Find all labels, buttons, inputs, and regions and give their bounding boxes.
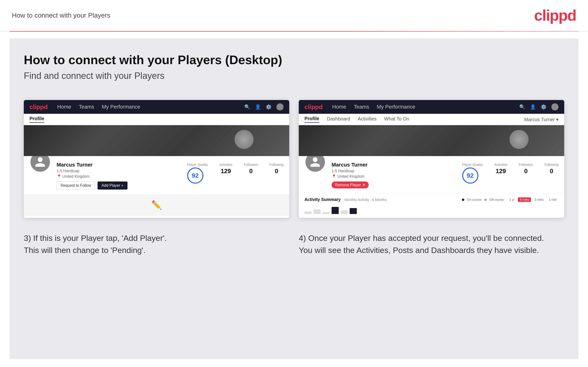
right-activities-label: Activities <box>494 163 507 167</box>
chart-bar-5 <box>341 210 348 214</box>
left-handicap: 1-5 Handicap <box>57 169 182 173</box>
right-following-value: 0 <box>545 167 559 175</box>
on-course-legend-label: On course <box>467 198 481 201</box>
left-profile-buttons: Request to Follow Add Player + <box>57 182 182 190</box>
filter-1yr[interactable]: 1 yr <box>508 197 517 202</box>
chart-bar-6 <box>350 208 357 214</box>
off-course-legend-dot <box>484 199 487 201</box>
left-tab-profile[interactable]: Profile <box>29 116 44 123</box>
right-nav: clippd Home Teams My Performance 🔍 👤 ⚙️ <box>299 100 564 114</box>
chart-bar-4 <box>332 207 339 214</box>
right-profile-info: Marcus Turner 1-5 Handicap 📍 United King… <box>332 161 457 188</box>
left-nav: clippd Home Teams My Performance 🔍 👤 ⚙️ <box>24 100 289 114</box>
left-following-value: 0 <box>269 167 284 175</box>
page-title: How to connect with your Players (Deskto… <box>24 53 564 67</box>
right-nav-teams: Teams <box>354 104 369 110</box>
main-content: How to connect with your Players (Deskto… <box>9 39 579 359</box>
left-followers-stat: Followers 0 <box>244 163 258 175</box>
left-quality-circle: 92 <box>187 167 203 184</box>
right-quality-circle: 92 <box>462 167 478 184</box>
left-player-name: Marcus Turner <box>57 162 182 168</box>
pencil-icon: ✏️ <box>151 200 162 210</box>
right-player-quality-label: Player Quality <box>462 163 483 167</box>
on-course-legend-dot <box>462 199 464 201</box>
right-country: 📍 United Kingdom <box>332 174 457 179</box>
activity-chart <box>304 205 559 214</box>
user-icon[interactable]: 👤 <box>255 104 261 110</box>
avatar-person-icon <box>34 156 46 168</box>
description-left: 3) If this is your Player tap, 'Add Play… <box>24 232 289 256</box>
avatar-icon[interactable] <box>277 103 284 110</box>
add-player-button[interactable]: Add Player + <box>97 182 128 190</box>
settings-icon[interactable]: ⚙️ <box>266 104 272 110</box>
filter-1mth[interactable]: 1 mth <box>547 197 559 202</box>
left-player-quality-label: Player Quality <box>187 163 208 167</box>
right-stats: Player Quality 92 Activities 129 Followe… <box>462 161 559 184</box>
left-profile: Marcus Turner 1-5 Handicap 📍 United King… <box>24 156 289 194</box>
page-subtitle: Find and connect with your Players <box>24 71 564 81</box>
right-following-label: Following <box>545 163 559 167</box>
right-followers-stat: Followers 0 <box>519 163 533 175</box>
left-following-label: Following <box>269 163 284 167</box>
chart-bar-3 <box>322 212 330 214</box>
left-activities-stat: Activities 129 <box>219 163 232 175</box>
left-stats: Player Quality 92 Activities 129 Followe… <box>187 161 284 184</box>
right-player-name: Marcus Turner <box>332 162 457 168</box>
right-nav-home: Home <box>332 104 346 110</box>
left-hero-image <box>24 125 289 156</box>
left-tabs: Profile <box>24 114 289 125</box>
filter-3mths[interactable]: 3 mths <box>532 197 545 202</box>
left-followers-label: Followers <box>244 163 258 167</box>
filter-6mths[interactable]: 6 mths <box>518 197 531 202</box>
right-avatar-person-icon <box>309 156 321 168</box>
left-profile-info: Marcus Turner 1-5 Handicap 📍 United King… <box>57 161 182 190</box>
left-bottom-area: ✏️ <box>24 194 289 216</box>
left-activities-label: Activities <box>219 163 232 167</box>
remove-player-button[interactable]: Remove Player ✕ <box>332 182 369 188</box>
left-nav-teams: Teams <box>79 104 94 110</box>
right-player-selector[interactable]: Marcus Turner ▾ <box>524 117 559 122</box>
screenshot-left: clippd Home Teams My Performance 🔍 👤 ⚙️ … <box>24 100 289 218</box>
right-user-icon[interactable]: 👤 <box>530 104 536 110</box>
location-icon: 📍 <box>57 174 61 178</box>
right-activities-stat: Activities 129 <box>494 163 507 175</box>
left-country: 📍 United Kingdom <box>57 174 182 179</box>
left-nav-home: Home <box>57 104 71 110</box>
left-following-stat: Following 0 <box>269 163 284 175</box>
chart-bar-2 <box>313 209 321 214</box>
right-player-quality-stat: Player Quality 92 <box>462 163 483 184</box>
right-tab-dashboard[interactable]: Dashboard <box>327 116 350 123</box>
screenshots-row: clippd Home Teams My Performance 🔍 👤 ⚙️ … <box>24 100 564 218</box>
right-search-icon[interactable]: 🔍 <box>519 104 525 110</box>
search-icon[interactable]: 🔍 <box>244 104 250 110</box>
description-right: 4) Once your Player has accepted your re… <box>299 232 564 256</box>
right-tab-activities[interactable]: Activities <box>358 116 377 123</box>
top-bar: How to connect with your Players clippd <box>0 0 588 31</box>
left-followers-value: 0 <box>244 167 258 175</box>
descriptions-row: 3) If this is your Player tap, 'Add Play… <box>24 232 564 256</box>
left-activities-value: 129 <box>219 167 232 175</box>
right-activities-value: 129 <box>494 167 507 175</box>
clippd-logo: clippd <box>534 7 576 24</box>
right-handicap: 1-5 Handicap <box>332 169 457 173</box>
request-follow-button[interactable]: Request to Follow <box>57 182 95 190</box>
right-settings-icon[interactable]: ⚙️ <box>541 104 547 110</box>
right-profile: Marcus Turner 1-5 Handicap 📍 United King… <box>299 156 564 193</box>
left-nav-icons: 🔍 👤 ⚙️ <box>244 103 284 110</box>
left-nav-performance: My Performance <box>102 104 140 110</box>
description-left-text: 3) If this is your Player tap, 'Add Play… <box>24 234 167 255</box>
off-course-legend-label: Off course <box>490 198 504 201</box>
right-hero-image <box>299 125 564 156</box>
right-tab-what-to-on[interactable]: What To On <box>384 116 409 123</box>
chart-bar-1 <box>304 212 311 214</box>
right-tab-profile[interactable]: Profile <box>304 116 319 123</box>
right-avatar-icon[interactable] <box>551 103 559 110</box>
right-following-stat: Following 0 <box>545 163 559 175</box>
description-right-text: 4) Once your Player has accepted your re… <box>299 234 544 255</box>
right-nav-icons: 🔍 👤 ⚙️ <box>519 103 559 110</box>
activity-header: Activity Summary Monthly Activity · 6 Mo… <box>304 197 559 202</box>
activity-title: Activity Summary <box>304 197 341 202</box>
left-player-quality-stat: Player Quality 92 <box>187 163 208 184</box>
right-location-icon: 📍 <box>332 174 336 178</box>
breadcrumb: How to connect with your Players <box>12 12 110 19</box>
